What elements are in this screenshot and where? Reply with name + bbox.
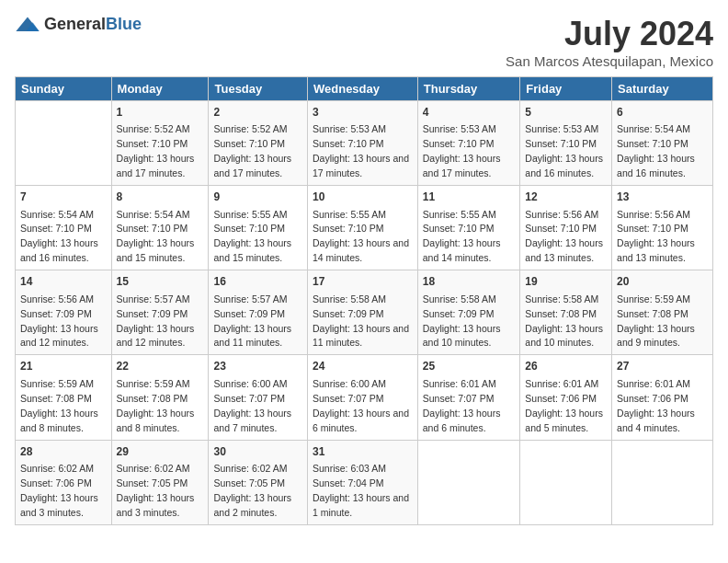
calendar-cell: 14Sunrise: 5:56 AMSunset: 7:09 PMDayligh… [16, 270, 112, 355]
day-number: 3 [313, 105, 413, 121]
week-row-4: 21Sunrise: 5:59 AMSunset: 7:08 PMDayligh… [16, 355, 713, 440]
daylight-info: Daylight: 13 hours and 17 minutes. [313, 153, 409, 178]
calendar-cell: 22Sunrise: 5:59 AMSunset: 7:08 PMDayligh… [111, 355, 209, 440]
sunset-info: Sunset: 7:10 PM [617, 138, 688, 149]
daylight-info: Daylight: 13 hours and 10 minutes. [423, 323, 501, 349]
daylight-info: Daylight: 13 hours and 12 minutes. [117, 323, 195, 349]
day-number: 15 [117, 274, 204, 290]
sunrise-info: Sunrise: 5:57 AM [117, 293, 190, 304]
sunset-info: Sunset: 7:10 PM [213, 138, 285, 149]
day-number: 8 [117, 190, 204, 205]
sunrise-info: Sunrise: 5:54 AM [117, 209, 190, 220]
sunset-info: Sunset: 7:10 PM [117, 138, 188, 149]
calendar-cell: 6Sunrise: 5:54 AMSunset: 7:10 PMDaylight… [612, 101, 713, 186]
sunset-info: Sunset: 7:06 PM [525, 393, 597, 404]
calendar-table: SundayMondayTuesdayWednesdayThursdayFrid… [15, 76, 713, 525]
daylight-info: Daylight: 13 hours and 16 minutes. [525, 153, 603, 178]
daylight-info: Daylight: 13 hours and 11 minutes. [213, 323, 291, 349]
day-number: 19 [525, 274, 607, 290]
calendar-cell [16, 101, 112, 186]
daylight-info: Daylight: 13 hours and 14 minutes. [423, 237, 501, 263]
sunrise-info: Sunrise: 5:56 AM [617, 209, 690, 220]
calendar-cell: 19Sunrise: 5:58 AMSunset: 7:08 PMDayligh… [520, 270, 612, 355]
daylight-info: Daylight: 13 hours and 12 minutes. [20, 323, 98, 349]
page-header: General Blue July 2024 San Marcos Atesqu… [15, 15, 713, 69]
day-number: 4 [423, 105, 516, 121]
calendar-cell: 13Sunrise: 5:56 AMSunset: 7:10 PMDayligh… [612, 186, 713, 270]
calendar-cell [417, 440, 520, 524]
daylight-info: Daylight: 13 hours and 13 minutes. [617, 237, 695, 263]
calendar-cell: 29Sunrise: 6:02 AMSunset: 7:05 PMDayligh… [111, 440, 209, 524]
sunset-info: Sunset: 7:10 PM [20, 223, 92, 234]
daylight-info: Daylight: 13 hours and 17 minutes. [117, 153, 195, 178]
sunrise-info: Sunrise: 5:59 AM [20, 378, 94, 389]
sunset-info: Sunset: 7:08 PM [617, 308, 688, 319]
sunset-info: Sunset: 7:08 PM [20, 393, 92, 404]
header-row: SundayMondayTuesdayWednesdayThursdayFrid… [16, 77, 713, 101]
sunset-info: Sunset: 7:09 PM [20, 308, 92, 319]
week-row-1: 1Sunrise: 5:52 AMSunset: 7:10 PMDaylight… [16, 101, 713, 186]
calendar-cell: 4Sunrise: 5:53 AMSunset: 7:10 PMDaylight… [417, 101, 520, 186]
day-number: 23 [213, 359, 302, 374]
daylight-info: Daylight: 13 hours and 3 minutes. [117, 492, 195, 518]
daylight-info: Daylight: 13 hours and 4 minutes. [617, 408, 695, 433]
sunrise-info: Sunrise: 6:01 AM [617, 378, 690, 389]
day-number: 13 [617, 190, 708, 205]
daylight-info: Daylight: 13 hours and 15 minutes. [117, 237, 195, 263]
daylight-info: Daylight: 13 hours and 6 minutes. [313, 408, 409, 433]
sunrise-info: Sunrise: 5:54 AM [617, 123, 690, 134]
daylight-info: Daylight: 13 hours and 10 minutes. [525, 323, 603, 349]
sunrise-info: Sunrise: 5:54 AM [20, 209, 94, 220]
daylight-info: Daylight: 13 hours and 11 minutes. [313, 323, 409, 349]
sunset-info: Sunset: 7:09 PM [423, 308, 495, 319]
calendar-cell: 11Sunrise: 5:55 AMSunset: 7:10 PMDayligh… [417, 186, 520, 270]
sunrise-info: Sunrise: 5:52 AM [213, 123, 287, 134]
sunset-info: Sunset: 7:10 PM [617, 223, 688, 234]
day-number: 2 [213, 105, 302, 121]
header-cell-tuesday: Tuesday [209, 77, 308, 101]
week-row-5: 28Sunrise: 6:02 AMSunset: 7:06 PMDayligh… [16, 440, 713, 524]
daylight-info: Daylight: 13 hours and 3 minutes. [20, 492, 98, 518]
calendar-cell: 18Sunrise: 5:58 AMSunset: 7:09 PMDayligh… [417, 270, 520, 355]
sunset-info: Sunset: 7:04 PM [313, 477, 384, 488]
sunset-info: Sunset: 7:07 PM [213, 393, 285, 404]
header-cell-monday: Monday [111, 77, 209, 101]
sunrise-info: Sunrise: 6:00 AM [313, 378, 386, 389]
daylight-info: Daylight: 13 hours and 7 minutes. [213, 408, 291, 433]
sunrise-info: Sunrise: 5:55 AM [313, 209, 386, 220]
header-cell-saturday: Saturday [612, 77, 713, 101]
daylight-info: Daylight: 13 hours and 15 minutes. [213, 237, 291, 263]
calendar-cell [520, 440, 612, 524]
sunrise-info: Sunrise: 5:53 AM [423, 123, 496, 134]
day-number: 17 [313, 274, 413, 290]
logo: General Blue [15, 15, 142, 34]
calendar-cell: 25Sunrise: 6:01 AMSunset: 7:07 PMDayligh… [417, 355, 520, 440]
day-number: 10 [313, 190, 413, 205]
calendar-cell: 10Sunrise: 5:55 AMSunset: 7:10 PMDayligh… [307, 186, 417, 270]
sunset-info: Sunset: 7:05 PM [117, 477, 188, 488]
calendar-cell: 8Sunrise: 5:54 AMSunset: 7:10 PMDaylight… [111, 186, 209, 270]
sunset-info: Sunset: 7:07 PM [423, 393, 495, 404]
day-number: 20 [617, 274, 708, 290]
daylight-info: Daylight: 13 hours and 17 minutes. [423, 153, 501, 178]
sunrise-info: Sunrise: 6:01 AM [423, 378, 496, 389]
sunrise-info: Sunrise: 5:56 AM [525, 209, 598, 220]
calendar-cell: 12Sunrise: 5:56 AMSunset: 7:10 PMDayligh… [520, 186, 612, 270]
daylight-info: Daylight: 13 hours and 16 minutes. [20, 237, 98, 263]
day-number: 14 [20, 274, 107, 290]
day-number: 5 [525, 105, 607, 121]
logo-icon [15, 16, 40, 34]
day-number: 25 [423, 359, 516, 374]
sunrise-info: Sunrise: 6:02 AM [20, 463, 94, 474]
sunrise-info: Sunrise: 5:55 AM [423, 209, 496, 220]
sunrise-info: Sunrise: 5:58 AM [525, 293, 598, 304]
sunset-info: Sunset: 7:10 PM [525, 223, 597, 234]
sunset-info: Sunset: 7:10 PM [525, 138, 597, 149]
calendar-cell: 16Sunrise: 5:57 AMSunset: 7:09 PMDayligh… [209, 270, 308, 355]
day-number: 30 [213, 444, 302, 460]
day-number: 18 [423, 274, 516, 290]
calendar-cell: 2Sunrise: 5:52 AMSunset: 7:10 PMDaylight… [209, 101, 308, 186]
daylight-info: Daylight: 13 hours and 16 minutes. [617, 153, 695, 178]
main-title: July 2024 [506, 15, 713, 53]
calendar-cell: 9Sunrise: 5:55 AMSunset: 7:10 PMDaylight… [209, 186, 308, 270]
